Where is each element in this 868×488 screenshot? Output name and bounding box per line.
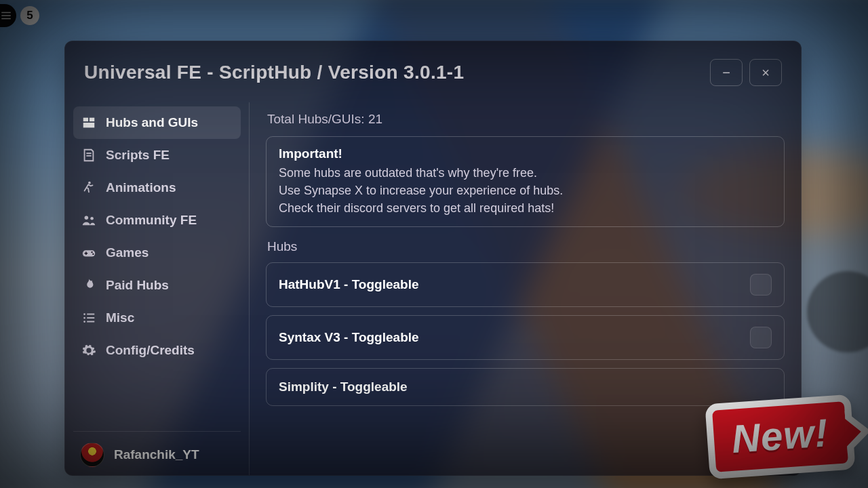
menu-handle-icon[interactable] bbox=[0, 4, 16, 27]
svg-point-15 bbox=[83, 317, 85, 319]
hub-row-label: HatHubV1 - Toggleable bbox=[279, 277, 419, 292]
sidebar-item-label: Animations bbox=[106, 180, 176, 195]
run-icon bbox=[81, 180, 96, 195]
sidebar-item-label: Config/Credits bbox=[106, 343, 195, 358]
flame-icon bbox=[81, 278, 96, 293]
close-button[interactable]: × bbox=[749, 59, 782, 86]
sidebar-item-label: Scripts FE bbox=[106, 148, 170, 163]
svg-point-16 bbox=[83, 321, 85, 323]
svg-rect-2 bbox=[1, 18, 11, 20]
sidebar-item-label: Paid Hubs bbox=[106, 278, 169, 293]
section-label: Hubs bbox=[267, 239, 785, 254]
note-icon bbox=[81, 148, 96, 163]
hud-count-badge: 5 bbox=[20, 6, 39, 25]
sidebar-item-paid[interactable]: Paid Hubs bbox=[73, 269, 241, 302]
hub-row-label: Simplity - Toggleable bbox=[279, 380, 408, 394]
list-icon bbox=[81, 310, 96, 325]
window-buttons: − × bbox=[710, 59, 782, 86]
grid-icon bbox=[81, 115, 96, 130]
svg-point-7 bbox=[85, 216, 88, 220]
hub-row[interactable]: Simplity - Toggleable bbox=[266, 368, 785, 406]
toggle-checkbox[interactable] bbox=[750, 327, 772, 348]
avatar bbox=[80, 443, 104, 467]
notice-line: Use Synapse X to increase your experienc… bbox=[279, 182, 772, 199]
script-hub-window: Universal FE - ScriptHub / Version 3.0.1… bbox=[64, 41, 802, 476]
sidebar-item-misc[interactable]: Misc bbox=[73, 302, 241, 334]
hub-row-label: Syntax V3 - Toggleable bbox=[279, 330, 419, 345]
user-name: Rafanchik_YT bbox=[114, 447, 199, 462]
sidebar-item-community[interactable]: Community FE bbox=[73, 204, 241, 237]
toggle-checkbox[interactable] bbox=[750, 274, 772, 296]
notice-panel: Important! Some hubs are outdated that's… bbox=[266, 136, 785, 227]
window-title: Universal FE - ScriptHub / Version 3.0.1… bbox=[84, 62, 464, 83]
gamepad-icon bbox=[81, 245, 96, 260]
svg-point-11 bbox=[92, 253, 94, 255]
sidebar-item-label: Misc bbox=[106, 310, 134, 325]
svg-point-10 bbox=[91, 251, 92, 253]
sidebar-item-scripts[interactable]: Scripts FE bbox=[73, 139, 241, 171]
people-icon bbox=[81, 213, 96, 228]
svg-rect-17 bbox=[87, 314, 94, 315]
sidebar: Hubs and GUIsScripts FEAnimationsCommuni… bbox=[65, 102, 250, 476]
titlebar: Universal FE - ScriptHub / Version 3.0.1… bbox=[65, 41, 801, 102]
sticker-text: New! bbox=[730, 410, 830, 461]
notice-line: Some hubs are outdated that's why they'r… bbox=[279, 164, 772, 182]
svg-rect-3 bbox=[83, 118, 88, 122]
totals-label: Total Hubs/GUIs: 21 bbox=[267, 112, 785, 127]
svg-rect-1 bbox=[1, 15, 11, 16]
svg-point-8 bbox=[90, 217, 94, 220]
arrow-icon bbox=[845, 409, 868, 453]
hub-row[interactable]: Syntax V3 - Toggleable bbox=[266, 315, 785, 360]
sidebar-item-label: Community FE bbox=[106, 213, 197, 228]
sidebar-item-games[interactable]: Games bbox=[73, 237, 241, 269]
notice-heading: Important! bbox=[279, 146, 772, 161]
sidebar-user[interactable]: Rafanchik_YT bbox=[73, 431, 241, 476]
new-sticker: New! bbox=[705, 394, 856, 480]
svg-point-14 bbox=[83, 313, 85, 315]
minimize-button[interactable]: − bbox=[710, 59, 743, 86]
svg-rect-18 bbox=[87, 317, 94, 319]
sidebar-item-anim[interactable]: Animations bbox=[73, 171, 241, 204]
svg-point-6 bbox=[88, 182, 91, 184]
svg-rect-4 bbox=[90, 118, 94, 122]
hub-row[interactable]: HatHubV1 - Toggleable bbox=[266, 262, 785, 307]
svg-rect-13 bbox=[85, 251, 86, 255]
sidebar-item-label: Hubs and GUIs bbox=[106, 115, 198, 130]
notice-line: Check their discord servers to get all r… bbox=[279, 199, 772, 217]
gear-icon bbox=[81, 343, 96, 358]
svg-rect-5 bbox=[83, 123, 95, 127]
svg-rect-0 bbox=[1, 12, 11, 14]
hud-pill: 5 bbox=[0, 4, 39, 27]
sidebar-item-hubs[interactable]: Hubs and GUIs bbox=[73, 106, 241, 139]
sidebar-item-config[interactable]: Config/Credits bbox=[73, 334, 241, 367]
sidebar-item-label: Games bbox=[106, 245, 149, 260]
svg-rect-19 bbox=[87, 321, 94, 323]
